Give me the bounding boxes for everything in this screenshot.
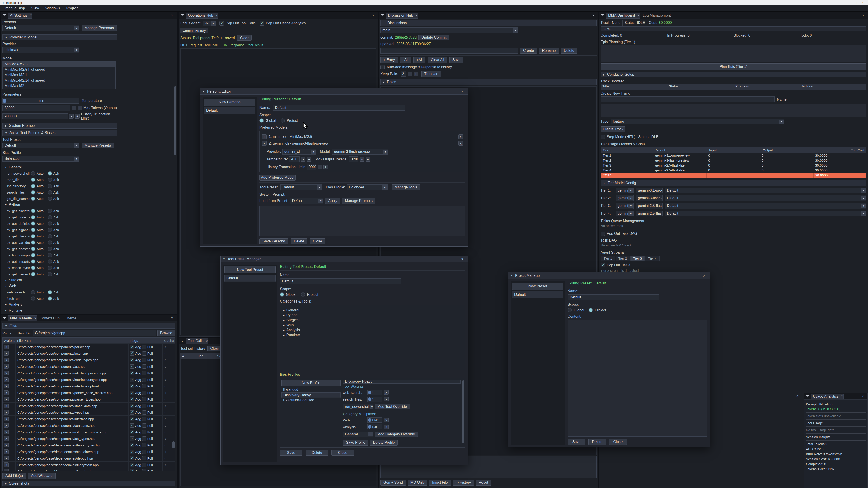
agg-checkbox[interactable]: ✓ — [130, 417, 134, 421]
dialog-close-icon[interactable]: ✕ — [701, 274, 707, 278]
auto-radio[interactable] — [31, 234, 35, 238]
collapse-icon[interactable]: ▼ — [203, 90, 205, 93]
pe-max-output-input[interactable]: 32000 — [349, 156, 358, 162]
remove-file-button[interactable]: x — [4, 371, 8, 375]
discussions-section-header[interactable]: ▼Discussions — [380, 20, 596, 26]
tab-context-hub[interactable]: Context Hub — [37, 315, 62, 322]
pe-max-decrement[interactable]: - — [360, 157, 364, 162]
tool-category-header[interactable]: ▼Analysis — [2, 302, 117, 307]
pop-out-usage-analytics-checkbox[interactable]: ✓ — [260, 21, 264, 26]
remove-file-button[interactable]: x — [4, 456, 8, 460]
tab-usage-analytics[interactable]: Usage Analytics✕ — [811, 394, 844, 399]
category-item[interactable]: Analysis — [286, 328, 300, 332]
history-limit-input[interactable]: 900000 — [2, 113, 68, 119]
slider-thumb[interactable] — [368, 425, 371, 429]
panel-menu-icon[interactable]: ▼ — [1, 317, 8, 320]
composer-action-button[interactable]: MD Only — [408, 480, 428, 486]
bias-profiles-scrollbar[interactable] — [462, 381, 464, 443]
save-preset-button[interactable]: Save — [567, 439, 585, 445]
vertical-scrollbar[interactable] — [174, 86, 176, 155]
history-limit-decrement-button[interactable]: - — [69, 114, 74, 119]
remove-multiplier-button[interactable]: x — [384, 424, 389, 429]
pe-model-select[interactable]: gemini-3-flash-preview▼ — [332, 149, 388, 155]
close-persona-editor-button[interactable]: Close — [310, 238, 325, 244]
remove-file-button[interactable]: x — [4, 397, 8, 401]
panel-menu-icon[interactable]: ▼ — [804, 395, 811, 398]
pe-provider-select[interactable]: gemini_cli▼ — [282, 149, 316, 155]
save-tool-preset-button[interactable]: Save — [280, 450, 303, 456]
full-checkbox[interactable]: ✓ — [142, 364, 147, 369]
expand-icon[interactable]: ▶ — [283, 334, 285, 336]
agg-checkbox[interactable]: ✓ — [130, 371, 134, 375]
ask-radio[interactable] — [48, 253, 52, 257]
bias-profile-list-item[interactable]: Execution-Focused — [281, 398, 341, 403]
pop-out-task-dag-checkbox[interactable]: ✓ — [600, 232, 605, 236]
full-checkbox[interactable]: ✓ — [142, 423, 147, 428]
full-checkbox[interactable]: ✓ — [142, 371, 147, 375]
tab-close-icon[interactable]: ✕ — [34, 317, 37, 320]
entry-action-button[interactable]: Clear All — [428, 57, 447, 63]
ask-radio[interactable] — [48, 221, 52, 226]
create-discussion-button[interactable]: Create — [520, 48, 537, 54]
remove-file-button[interactable]: x — [4, 345, 8, 349]
tool-override-select[interactable]: run_powershell▼ — [343, 404, 373, 410]
auto-radio[interactable] — [31, 184, 35, 188]
ask-radio[interactable] — [48, 290, 52, 294]
slider-thumb[interactable] — [3, 98, 6, 103]
ask-radio[interactable] — [48, 259, 52, 264]
entry-action-button[interactable]: + Entry — [380, 57, 398, 63]
remove-file-button[interactable]: x — [4, 403, 8, 408]
agg-checkbox[interactable]: ✓ — [130, 351, 134, 356]
tab-close-icon[interactable]: ✕ — [206, 339, 208, 343]
provider-select[interactable]: minimax▼ — [2, 47, 79, 53]
panel-menu-icon[interactable]: ▼ — [599, 14, 606, 17]
remove-model-button[interactable]: x — [458, 134, 463, 139]
conductor-setup-section-header[interactable]: ▶Conductor Setup — [600, 72, 866, 77]
files-scrollbar[interactable] — [173, 442, 175, 448]
focus-agent-select[interactable]: All▼ — [203, 21, 216, 26]
agg-checkbox[interactable]: ✓ — [130, 423, 134, 428]
tpm-scope-project-radio[interactable] — [301, 292, 305, 297]
max-tokens-increment-button[interactable]: + — [78, 106, 82, 110]
scope-global-radio[interactable] — [259, 119, 264, 123]
remove-file-button[interactable]: x — [4, 430, 8, 434]
full-checkbox[interactable]: ✓ — [142, 417, 147, 421]
tier-preset-select[interactable]: Default▼ — [665, 203, 866, 209]
collapse-icon[interactable]: ▼ — [510, 274, 513, 277]
full-checkbox[interactable]: ✓ — [142, 436, 147, 441]
maximize-icon[interactable]: ▢ — [852, 1, 860, 4]
add-files-button[interactable]: Add File(s) — [2, 473, 26, 479]
weight-slider[interactable]: 4 — [367, 390, 382, 395]
ask-radio[interactable] — [48, 184, 52, 188]
apply-button[interactable]: Apply — [325, 198, 340, 204]
full-checkbox[interactable]: ✓ — [142, 345, 147, 349]
rename-discussion-button[interactable]: Rename — [539, 48, 559, 54]
auto-radio[interactable] — [31, 228, 35, 232]
update-commit-button[interactable]: Update Commit — [418, 35, 450, 40]
ask-radio[interactable] — [48, 197, 52, 201]
agg-checkbox[interactable]: ✓ — [130, 397, 134, 401]
agg-checkbox[interactable]: ✓ — [130, 364, 134, 369]
delete-preset-button[interactable]: Delete — [588, 439, 606, 445]
tool-preset-list-item[interactable]: Default — [224, 275, 276, 282]
pe-max-increment[interactable]: + — [366, 157, 370, 162]
reorder-model-button[interactable]: - — [262, 141, 267, 146]
discussion-name-input[interactable] — [380, 48, 518, 54]
persona-list-item[interactable]: Default — [204, 107, 255, 114]
tool-preset-select[interactable]: Default▼ — [2, 142, 79, 149]
stream-tier-tab[interactable]: Tier 3 — [630, 256, 645, 261]
preset-list-item[interactable]: Default — [512, 291, 563, 298]
tab-operations-hub[interactable]: Operations Hub✕ — [186, 13, 218, 19]
slider-thumb[interactable] — [368, 391, 371, 394]
panel-close-icon[interactable]: ✕ — [169, 317, 175, 320]
model-list-item[interactable]: MiniMax-M2.5-highspeed — [3, 67, 115, 72]
tool-category-header[interactable]: ▼Surgical — [2, 277, 117, 283]
dialog-close-icon[interactable]: ✕ — [459, 90, 465, 93]
remove-weight-button[interactable]: x — [384, 390, 389, 395]
multiplier-slider[interactable]: 1.5x — [367, 417, 382, 423]
tier-provider-select[interactable]: gemini▼ — [616, 188, 633, 193]
entry-action-button[interactable]: +All — [413, 57, 426, 63]
pm-scope-project-radio[interactable] — [589, 308, 593, 312]
panel-close-icon[interactable]: ✕ — [860, 14, 866, 18]
expand-icon[interactable]: ▶ — [283, 319, 285, 322]
